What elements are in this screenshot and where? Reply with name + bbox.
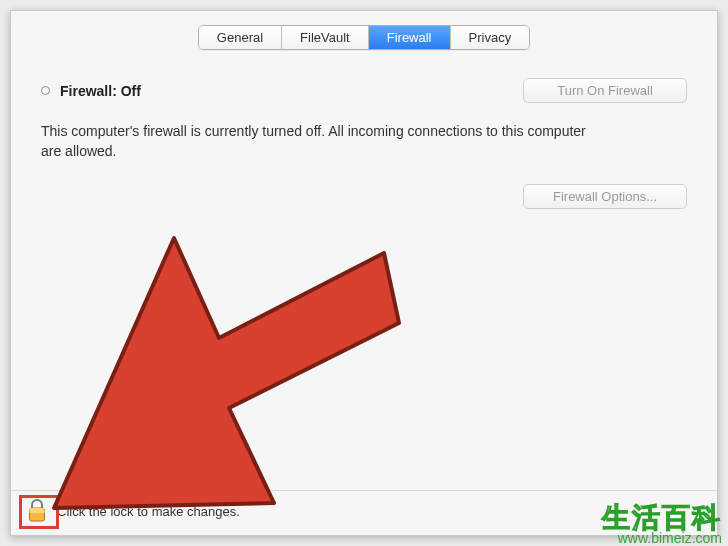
tab-label: Privacy (469, 30, 512, 45)
firewall-description: This computer's firewall is currently tu… (41, 121, 601, 162)
button-label: Firewall Options... (553, 189, 657, 204)
options-row: Firewall Options... (41, 184, 687, 209)
firewall-pref-pane: General FileVault Firewall Privacy Firew… (10, 10, 718, 536)
lock-row: Click the lock to make changes. (25, 497, 240, 525)
tab-filevault[interactable]: FileVault (282, 26, 369, 49)
segmented-control: General FileVault Firewall Privacy (198, 25, 530, 50)
lock-icon (27, 499, 47, 523)
tab-general[interactable]: General (199, 26, 282, 49)
lock-hint-text: Click the lock to make changes. (57, 504, 240, 519)
turn-on-firewall-button[interactable]: Turn On Firewall (523, 78, 687, 103)
tab-label: General (217, 30, 263, 45)
tabs-bar: General FileVault Firewall Privacy (11, 25, 717, 50)
lock-button[interactable] (25, 497, 49, 525)
button-label: Turn On Firewall (557, 83, 653, 98)
tab-firewall[interactable]: Firewall (369, 26, 451, 49)
firewall-status-label: Firewall: Off (60, 83, 141, 99)
svg-rect-1 (30, 508, 45, 513)
firewall-options-button[interactable]: Firewall Options... (523, 184, 687, 209)
content-area: Firewall: Off Turn On Firewall This comp… (11, 50, 717, 209)
tab-label: FileVault (300, 30, 350, 45)
tab-label: Firewall (387, 30, 432, 45)
status-left: Firewall: Off (41, 83, 141, 99)
status-indicator-icon (41, 86, 50, 95)
divider (11, 490, 717, 491)
tab-privacy[interactable]: Privacy (451, 26, 530, 49)
status-row: Firewall: Off Turn On Firewall (41, 78, 687, 103)
